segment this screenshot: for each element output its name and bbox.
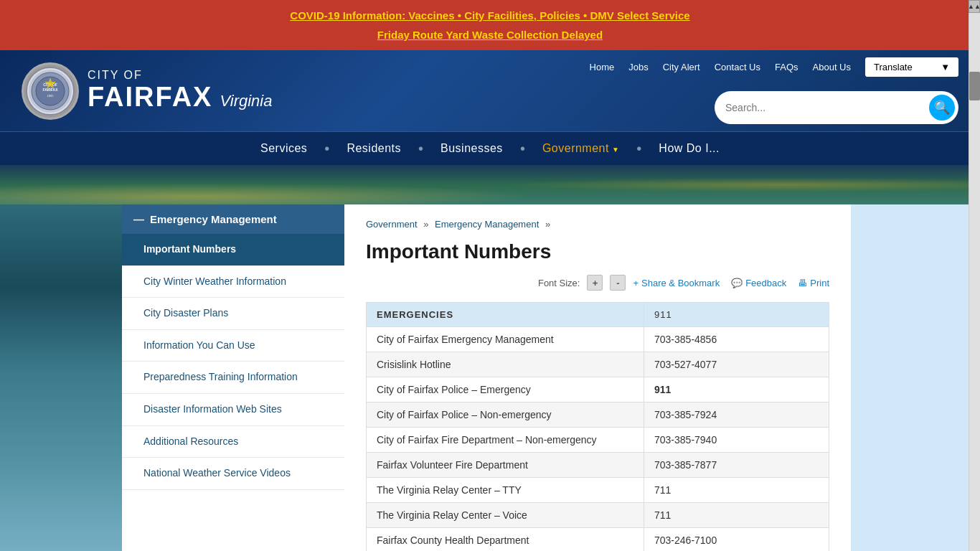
print-icon: 🖶 [798,278,807,288]
table-cell-number: 703-385-4856 [644,327,829,352]
page-title: Important Numbers [366,240,829,263]
site-header: CITY OF FAIRFAX 1805 CITY OF FAIRFAX Vir… [0,50,980,165]
feedback-link[interactable]: 💬 Feedback [731,278,786,288]
sidebar-item-preparedness-training[interactable]: Preparedness Training Information [122,362,344,394]
sidebar-item-important-numbers[interactable]: Important Numbers [122,234,344,266]
table-cell-name: The Virginia Relay Center – TTY [367,478,644,503]
sidebar-link-nws-videos[interactable]: National Weather Service Videos [122,458,344,490]
page-wrapper: Emergency Management Important Numbers C… [0,204,980,551]
city-of-label: CITY OF [88,69,272,82]
print-label: Print [810,278,829,288]
sidebar-nav: Important Numbers City Winter Weather In… [122,234,344,490]
table-row: City of Fairfax Emergency Management703-… [367,327,829,352]
svg-text:FAIRFAX: FAIRFAX [42,88,58,92]
table-cell-name: City of Fairfax Police – Emergency [367,377,644,402]
sidebar-item-nws-videos[interactable]: National Weather Service Videos [122,458,344,490]
print-link[interactable]: 🖶 Print [798,278,829,288]
page-actions: + Share & Bookmark 💬 Feedback 🖶 Print [633,278,829,288]
sidebar-link-preparedness-training[interactable]: Preparedness Training Information [122,362,344,394]
breadcrumb: Government » Emergency Management » [366,219,829,230]
feedback-label: Feedback [745,278,786,288]
alert-link-2[interactable]: Friday Route Yard Waste Collection Delay… [14,25,966,44]
sidebar-link-additional-resources[interactable]: Additional Resources [122,426,344,458]
numbers-table: EMERGENCIES 911 City of Fairfax Emergenc… [366,302,829,551]
table-cell-number: 711 [644,478,829,503]
table-row: The Virginia Relay Center – Voice711 [367,503,829,528]
sidebar-link-important-numbers[interactable]: Important Numbers [122,234,344,266]
hero-strip [0,165,980,204]
logo-area: CITY OF FAIRFAX 1805 CITY OF FAIRFAX Vir… [22,62,272,120]
scroll-up-button[interactable]: ▲▲ [969,0,980,13]
header-col2: 911 [644,303,829,327]
scroll-thumb[interactable] [969,72,980,100]
search-button[interactable]: 🔍 [929,95,955,121]
svg-text:1805: 1805 [47,94,55,98]
sidebar-link-disaster-plans[interactable]: City Disaster Plans [122,298,344,330]
sidebar-link-winter-weather[interactable]: City Winter Weather Information [122,266,344,298]
table-cell-number: 711 [644,503,829,528]
sidebar-item-disaster-web-sites[interactable]: Disaster Information Web Sites [122,394,344,426]
svg-text:CITY OF: CITY OF [43,83,57,87]
home-link[interactable]: Home [590,62,615,72]
table-cell-number: 703-385-7924 [644,402,829,428]
nav-dot-2: • [418,132,423,165]
svg-point-0 [27,67,74,115]
table-row: The Virginia Relay Center – TTY711 [367,478,829,503]
about-us-link[interactable]: About Us [813,62,851,72]
font-size-label: Font Size: [538,278,580,288]
right-bg [851,204,980,551]
nav-government[interactable]: Government [525,132,636,165]
city-seal: CITY OF FAIRFAX 1805 [22,62,79,120]
table-cell-number: 703-385-7877 [644,453,829,478]
font-decrease-button[interactable]: - [610,275,626,291]
city-alert-link[interactable]: City Alert [663,62,700,72]
share-bookmark-link[interactable]: + Share & Bookmark [633,278,720,288]
table-cell-name: Fairfax County Health Department [367,528,644,552]
translate-button[interactable]: Translate ▼ [865,57,958,77]
alert-link-1[interactable]: COVID-19 Information: Vaccines • City Fa… [14,6,966,25]
nav-dot-3: • [520,132,525,165]
sidebar-link-info-you-can-use[interactable]: Information You Can Use [122,330,344,362]
contact-us-link[interactable]: Contact Us [715,62,760,72]
faqs-link[interactable]: FAQs [775,62,798,72]
search-icon: 🔍 [934,100,950,116]
table-row: City of Fairfax Fire Department – Non-em… [367,428,829,453]
header-col1: EMERGENCIES [367,303,644,327]
table-cell-number: 703-527-4077 [644,352,829,377]
top-links: Home Jobs City Alert Contact Us FAQs Abo… [590,57,958,77]
table-header-row: EMERGENCIES 911 [367,303,829,327]
sidebar-item-additional-resources[interactable]: Additional Resources [122,426,344,458]
sidebar-link-disaster-web-sites[interactable]: Disaster Information Web Sites [122,394,344,426]
svg-point-1 [32,72,69,110]
breadcrumb-sep-2: » [545,219,550,230]
font-increase-button[interactable]: + [587,275,603,291]
nav-residents[interactable]: Residents [329,132,418,165]
search-input[interactable] [725,102,929,113]
main-nav: Services • Residents • Businesses • Gove… [0,131,980,165]
sidebar-title: Emergency Management [150,213,277,225]
table-cell-name: Fairfax Volunteer Fire Department [367,453,644,478]
nav-businesses[interactable]: Businesses [423,132,520,165]
table-row: City of Fairfax Police – Emergency911 [367,377,829,402]
table-cell-name: City of Fairfax Fire Department – Non-em… [367,428,644,453]
sidebar-item-info-you-can-use[interactable]: Information You Can Use [122,330,344,362]
table-cell-name: Crisislink Hotline [367,352,644,377]
breadcrumb-sep-1: » [423,219,428,230]
breadcrumb-government[interactable]: Government [366,219,418,230]
sidebar: Emergency Management Important Numbers C… [122,204,344,551]
nav-how-do-i[interactable]: How Do I... [641,132,737,165]
nav-dot-4: • [636,132,641,165]
table-row: Crisislink Hotline703-527-4077 [367,352,829,377]
scrollbar[interactable]: ▲▲ [969,0,980,551]
table-cell-name: City of Fairfax Emergency Management [367,327,644,352]
nav-services[interactable]: Services [243,132,324,165]
sidebar-item-winter-weather[interactable]: City Winter Weather Information [122,266,344,298]
breadcrumb-emergency-mgmt[interactable]: Emergency Management [435,219,539,230]
fairfax-label: FAIRFAX [88,82,212,113]
feedback-icon: 💬 [731,278,743,288]
sidebar-item-disaster-plans[interactable]: City Disaster Plans [122,298,344,330]
table-cell-name: The Virginia Relay Center – Voice [367,503,644,528]
jobs-link[interactable]: Jobs [628,62,648,72]
table-cell-number: 703-385-7940 [644,428,829,453]
table-cell-name: City of Fairfax Police – Non-emergency [367,402,644,428]
